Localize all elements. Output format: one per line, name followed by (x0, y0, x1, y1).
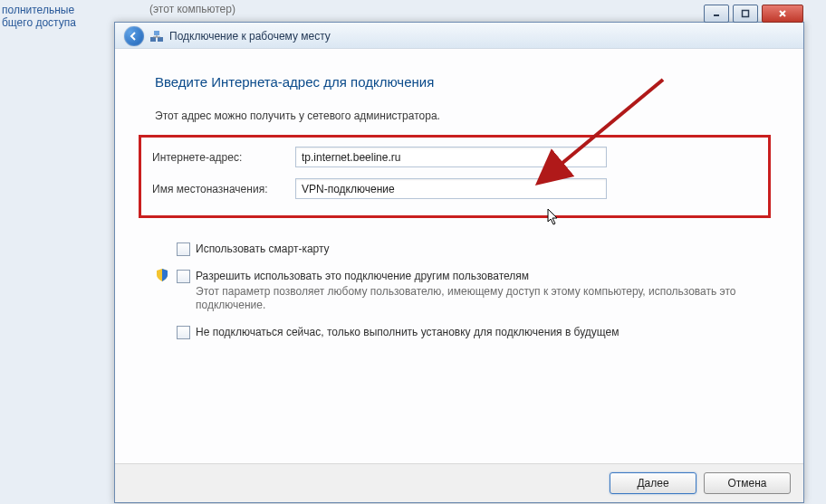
dont-connect-checkbox[interactable] (177, 326, 190, 339)
shield-icon (155, 268, 169, 282)
svg-rect-3 (158, 37, 163, 42)
wizard-window: Подключение к рабочему месту Введите Инт… (114, 22, 804, 503)
smartcard-checkbox[interactable] (177, 242, 190, 256)
smartcard-label: Использовать смарт-карту (196, 242, 330, 256)
wizard-icon (149, 29, 164, 43)
svg-rect-4 (154, 31, 159, 35)
bottom-bar: Далее Отмена (115, 463, 803, 502)
internet-address-input[interactable] (295, 147, 607, 167)
svg-rect-2 (150, 37, 156, 42)
background-text: (этот компьютер) (149, 3, 235, 15)
allow-others-description: Этот параметр позволяет любому пользоват… (196, 285, 764, 312)
window-title: Подключение к рабочему месту (169, 30, 331, 43)
allow-others-label: Разрешить использовать это подключение д… (196, 269, 764, 283)
internet-address-label: Интернете-адрес: (152, 151, 295, 164)
maximize-button[interactable] (733, 5, 758, 23)
destination-name-label: Имя местоназначения: (152, 183, 295, 195)
minimize-button[interactable] (704, 5, 729, 23)
titlebar: Подключение к рабочему месту (115, 23, 803, 49)
next-button[interactable]: Далее (610, 472, 696, 494)
background-sidebar-fragment: полнительные бщего доступа (0, 0, 120, 29)
highlight-annotation: Интернете-адрес: Имя местоназначения: (139, 135, 771, 218)
page-heading: Введите Интернета-адрес для подключения (155, 74, 764, 90)
back-button[interactable] (124, 26, 144, 46)
svg-rect-1 (743, 11, 749, 17)
allow-others-checkbox[interactable] (177, 270, 190, 283)
destination-name-input[interactable] (295, 178, 607, 199)
cancel-button[interactable]: Отмена (704, 472, 791, 494)
instruction-text: Этот адрес можно получить у сетевого адм… (155, 109, 764, 122)
dont-connect-label: Не подключаться сейчас, только выполнить… (196, 325, 620, 339)
close-button[interactable] (762, 5, 803, 23)
